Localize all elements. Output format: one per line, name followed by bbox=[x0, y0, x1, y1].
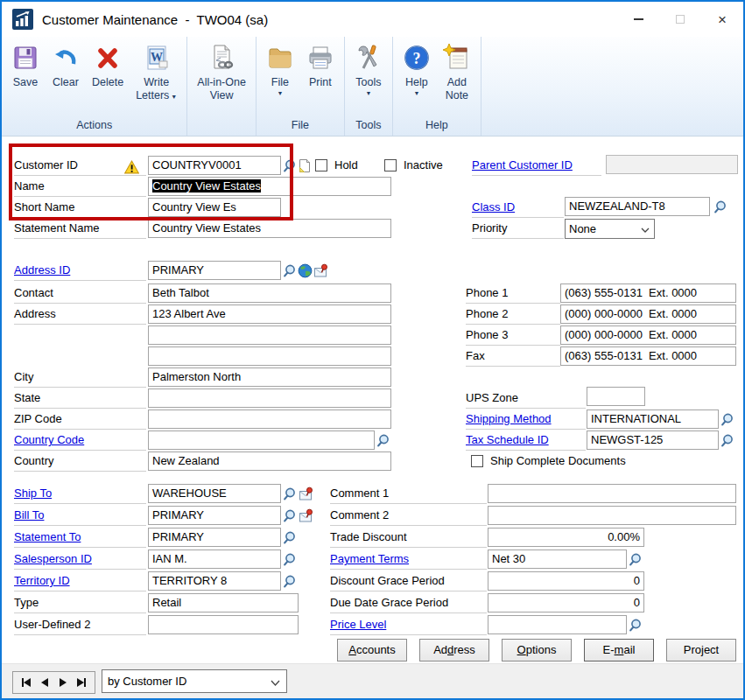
country-code-link[interactable]: Country Code bbox=[14, 433, 84, 446]
write-letters-button[interactable]: W Write Letters bbox=[130, 40, 183, 107]
payment-terms-link[interactable]: Payment Terms bbox=[330, 552, 409, 565]
project-button[interactable]: Project bbox=[666, 639, 736, 662]
priority-dropdown[interactable]: None bbox=[565, 219, 655, 239]
bill-to-map-pin-icon[interactable] bbox=[299, 507, 314, 524]
tax-schedule-id-lookup-icon[interactable] bbox=[720, 431, 735, 449]
statement-to-link[interactable]: Statement To bbox=[14, 530, 81, 543]
all-in-one-view-button[interactable]: All-in-One View bbox=[191, 40, 252, 106]
next-record-button[interactable] bbox=[60, 672, 67, 693]
ship-to-link[interactable]: Ship To bbox=[14, 486, 52, 500]
add-note-label-line1: Add bbox=[447, 76, 467, 89]
last-record-button[interactable] bbox=[77, 672, 86, 693]
first-record-button[interactable] bbox=[22, 672, 31, 693]
discount-grace-period-field[interactable]: 0 bbox=[488, 571, 644, 591]
ups-zone-field[interactable] bbox=[587, 387, 645, 406]
save-button[interactable]: Save bbox=[5, 40, 46, 93]
shipping-method-field[interactable]: INTERNATIONAL bbox=[587, 410, 719, 429]
note-icon[interactable] bbox=[297, 157, 313, 174]
bill-to-field[interactable]: PRIMARY bbox=[148, 506, 281, 525]
fax-field[interactable]: (063) 555-0131 Ext. 0000 bbox=[560, 346, 736, 366]
phone2-field[interactable]: (000) 000-0000 Ext. 0000 bbox=[560, 304, 736, 324]
class-id-lookup-icon[interactable] bbox=[713, 198, 728, 215]
address-id-lookup-icon[interactable] bbox=[282, 262, 298, 279]
address-id-field[interactable]: PRIMARY bbox=[148, 261, 281, 280]
country-code-lookup-icon[interactable] bbox=[376, 431, 391, 449]
tax-schedule-id-field[interactable]: NEWGST-125 bbox=[587, 430, 719, 450]
delete-button[interactable]: Delete bbox=[86, 40, 130, 93]
price-level-field[interactable] bbox=[488, 615, 627, 634]
toolbar-group-help: ? Help ▼ Add Note Help bbox=[393, 37, 481, 136]
user-defined-2-field[interactable] bbox=[148, 615, 299, 634]
hold-checkbox[interactable] bbox=[315, 159, 327, 172]
trade-discount-field[interactable]: 0.00% bbox=[488, 528, 644, 547]
status-bar: by Customer ID bbox=[2, 663, 743, 698]
class-id-link[interactable]: Class ID bbox=[472, 200, 515, 214]
tools-menu-button[interactable]: Tools ▼ bbox=[348, 40, 389, 102]
tax-schedule-id-link[interactable]: Tax Schedule ID bbox=[466, 433, 549, 446]
price-level-link[interactable]: Price Level bbox=[330, 618, 386, 631]
close-button[interactable]: × bbox=[701, 2, 743, 37]
type-label: Type bbox=[14, 593, 146, 613]
ship-to-lookup-icon[interactable] bbox=[282, 485, 298, 502]
phone3-field[interactable]: (000) 000-0000 Ext. 0000 bbox=[560, 326, 736, 345]
comment2-field[interactable] bbox=[488, 506, 736, 525]
country-code-field[interactable] bbox=[148, 430, 375, 450]
shipping-method-link[interactable]: Shipping Method bbox=[466, 412, 552, 425]
customer-id-lookup-icon[interactable] bbox=[282, 157, 298, 174]
ship-to-map-pin-icon[interactable] bbox=[299, 485, 314, 502]
inactive-checkbox[interactable] bbox=[384, 159, 397, 172]
previous-record-button[interactable] bbox=[41, 672, 48, 693]
email-button[interactable]: E-mail bbox=[584, 639, 654, 662]
chevron-down-icon bbox=[641, 228, 650, 233]
zip-code-field[interactable] bbox=[148, 410, 391, 429]
payment-terms-lookup-icon[interactable] bbox=[628, 550, 643, 568]
address-map-pin-icon[interactable] bbox=[313, 262, 329, 279]
city-field[interactable]: Palmerston North bbox=[148, 368, 391, 387]
ship-complete-documents-checkbox[interactable] bbox=[471, 455, 483, 467]
print-button[interactable]: Print bbox=[300, 40, 341, 93]
accounts-button[interactable]: Accounts bbox=[337, 639, 407, 662]
address-line3-field[interactable] bbox=[148, 346, 391, 366]
parent-customer-id-link[interactable]: Parent Customer ID bbox=[472, 158, 573, 172]
payment-terms-field[interactable]: Net 30 bbox=[488, 550, 627, 569]
ship-to-field[interactable]: WAREHOUSE bbox=[148, 484, 281, 503]
help-menu-button[interactable]: ? Help ▼ bbox=[397, 40, 437, 102]
short-name-field[interactable]: Country View Es bbox=[148, 198, 281, 217]
salesperson-id-field[interactable]: IAN M. bbox=[148, 550, 281, 569]
customer-id-field[interactable]: COUNTRYV0001 bbox=[148, 156, 281, 175]
minimize-button[interactable] bbox=[617, 2, 659, 37]
file-menu-button[interactable]: File ▼ bbox=[260, 40, 300, 102]
territory-id-link[interactable]: Territory ID bbox=[14, 574, 70, 587]
sort-by-dropdown[interactable]: by Customer ID bbox=[102, 669, 287, 693]
comment1-field[interactable] bbox=[488, 484, 736, 503]
tools-icon bbox=[355, 44, 383, 72]
tools-dropdown-arrow-icon: ▼ bbox=[365, 89, 371, 98]
salesperson-id-lookup-icon[interactable] bbox=[282, 550, 298, 568]
contact-field[interactable]: Beth Talbot bbox=[148, 284, 391, 303]
toolbar-group-label-file: File bbox=[260, 116, 341, 136]
phone1-label: Phone 1 bbox=[466, 284, 560, 304]
address-button[interactable]: Address bbox=[419, 639, 489, 662]
statement-to-field[interactable]: PRIMARY bbox=[148, 528, 281, 547]
options-button[interactable]: Options bbox=[502, 639, 572, 662]
clear-button[interactable]: Clear bbox=[46, 40, 86, 93]
address-line1-field[interactable]: 123 Albert Ave bbox=[148, 304, 391, 324]
address-line2-field[interactable] bbox=[148, 326, 391, 345]
internet-globe-icon[interactable] bbox=[298, 262, 313, 279]
bill-to-lookup-icon[interactable] bbox=[282, 507, 298, 524]
price-level-lookup-icon[interactable] bbox=[628, 616, 643, 634]
salesperson-id-link[interactable]: Salesperson ID bbox=[14, 552, 92, 565]
due-date-grace-period-field[interactable]: 0 bbox=[488, 593, 644, 612]
territory-id-lookup-icon[interactable] bbox=[282, 572, 298, 590]
maximize-button[interactable] bbox=[659, 2, 701, 37]
phone1-field[interactable]: (063) 555-0131 Ext. 0000 bbox=[560, 284, 736, 303]
territory-id-field[interactable]: TERRITORY 8 bbox=[148, 571, 281, 591]
shipping-method-lookup-icon[interactable] bbox=[720, 410, 735, 428]
address-id-link[interactable]: Address ID bbox=[14, 263, 70, 276]
class-id-field[interactable]: NEWZEALAND-T8 bbox=[565, 197, 710, 216]
add-note-button[interactable]: Add Note bbox=[437, 40, 477, 106]
state-field[interactable] bbox=[148, 388, 391, 408]
name-field[interactable]: Country View Estates bbox=[148, 177, 391, 196]
statement-to-lookup-icon[interactable] bbox=[282, 528, 298, 546]
bill-to-link[interactable]: Bill To bbox=[14, 508, 44, 522]
